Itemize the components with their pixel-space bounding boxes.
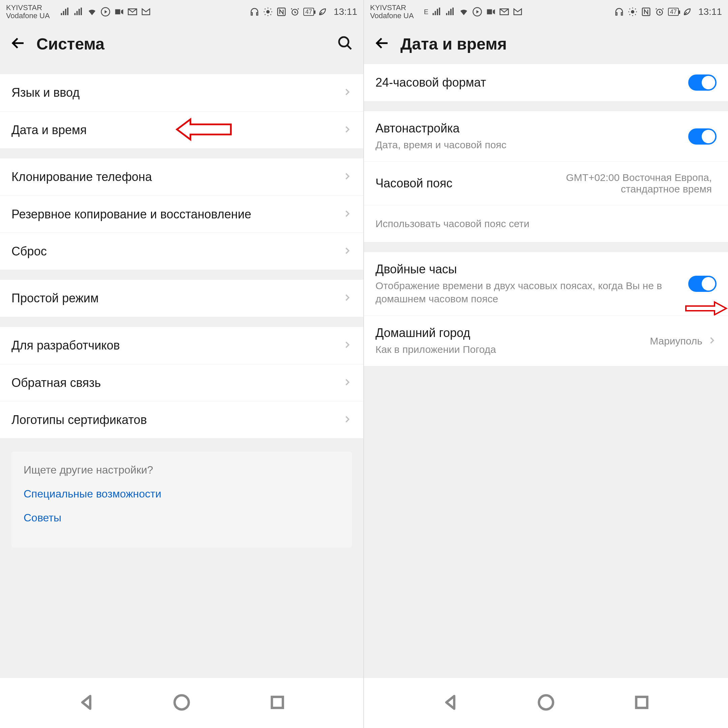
- signal-icon: [445, 7, 455, 17]
- row-label: Клонирование телефона: [11, 170, 343, 184]
- leaf-icon: [318, 7, 327, 17]
- battery-level: 47: [670, 8, 677, 15]
- row-language-input[interactable]: Язык и ввод: [0, 74, 363, 111]
- row-label: Домашний город: [375, 326, 650, 340]
- carrier-1: KYIVSTAR: [6, 4, 50, 12]
- chevron-right-icon: [343, 246, 352, 257]
- toggle-dual-clocks[interactable]: [688, 276, 717, 292]
- svg-point-4: [339, 37, 349, 46]
- signal-icon: [73, 7, 84, 17]
- row-sublabel: Использовать часовой пояс сети: [375, 217, 717, 230]
- status-icons-right: 47 13:11: [249, 6, 357, 17]
- row-label: Для разработчиков: [11, 338, 343, 353]
- header-datetime: Дата и время: [364, 24, 728, 64]
- video-icon: [486, 7, 496, 17]
- signal-icon: [432, 7, 442, 17]
- wifi-icon: [87, 7, 97, 17]
- battery-level: 47: [305, 8, 312, 15]
- settings-group: Клонирование телефона Резервное копирова…: [0, 158, 363, 270]
- headphones-icon: [614, 7, 624, 17]
- eye-comfort-icon: [627, 7, 638, 17]
- chevron-right-icon: [343, 209, 352, 220]
- wifi-icon: [459, 7, 469, 17]
- carrier-2: Vodafone UA: [370, 12, 414, 20]
- hint-link-accessibility[interactable]: Специальные возможности: [24, 488, 340, 500]
- headphones-icon: [249, 7, 260, 17]
- row-label: Обратная связь: [11, 376, 343, 390]
- play-circle-icon: [101, 7, 110, 17]
- svg-point-8: [631, 10, 634, 14]
- mail-icon: [499, 7, 509, 17]
- svg-point-11: [539, 695, 553, 710]
- navbar: [364, 678, 728, 728]
- nav-home-button[interactable]: [172, 693, 191, 713]
- row-label: Простой режим: [11, 291, 343, 305]
- row-label: Язык и ввод: [11, 86, 343, 100]
- navbar: [0, 678, 363, 728]
- row-auto-datetime[interactable]: Автонастройка Дата, время и часовой пояс: [364, 111, 728, 161]
- row-home-city[interactable]: Домашний город Как в приложении Погода М…: [364, 315, 728, 366]
- carrier-1: KYIVSTAR: [370, 4, 414, 12]
- mail-icon: [127, 7, 138, 17]
- back-button[interactable]: [10, 35, 26, 53]
- row-label: 24-часовой формат: [375, 75, 688, 90]
- search-button[interactable]: [337, 35, 353, 53]
- page-title: Дата и время: [401, 35, 718, 53]
- row-label: Часовой пояс: [375, 176, 537, 190]
- chevron-right-icon: [343, 414, 352, 425]
- clock-time: 13:11: [334, 6, 357, 17]
- nfc-icon: [641, 7, 651, 17]
- row-reset[interactable]: Сброс: [0, 232, 363, 270]
- nav-recent-button[interactable]: [268, 693, 287, 713]
- carrier-labels: KYIVSTAR Vodafone UA: [370, 4, 414, 20]
- row-value: GMT+02:00 Восточная Европа, стандартное …: [537, 172, 712, 195]
- row-feedback[interactable]: Обратная связь: [0, 364, 363, 401]
- row-label: Логотипы сертификатов: [11, 413, 343, 427]
- alarm-icon: [290, 7, 300, 17]
- row-label: Резервное копирование и восстановление: [11, 207, 343, 222]
- gmail-icon: [512, 7, 523, 17]
- toggle-auto[interactable]: [688, 128, 717, 145]
- row-backup-restore[interactable]: Резервное копирование и восстановление: [0, 196, 363, 232]
- hint-link-tips[interactable]: Советы: [24, 512, 340, 524]
- nav-back-button[interactable]: [77, 693, 96, 713]
- content-right: 24-часовой формат Автонастройка Дата, вр…: [364, 64, 728, 678]
- header-system: Система: [0, 24, 363, 64]
- row-dual-clocks[interactable]: Двойные часы Отображение времени в двух …: [364, 252, 728, 315]
- video-icon: [114, 7, 124, 17]
- phone-left-system: KYIVSTAR Vodafone UA 47 13:11: [0, 0, 364, 728]
- gmail-icon: [141, 7, 151, 17]
- row-label: Автонастройка: [375, 121, 688, 136]
- row-phone-clone[interactable]: Клонирование телефона: [0, 158, 363, 196]
- chevron-right-icon: [343, 87, 352, 98]
- chevron-right-icon: [707, 336, 717, 346]
- back-button[interactable]: [374, 35, 390, 53]
- row-developer-options[interactable]: Для разработчиков: [0, 327, 363, 364]
- row-24h-format[interactable]: 24-часовой формат: [364, 64, 728, 101]
- network-e-label: E: [424, 8, 428, 16]
- toggle-24h[interactable]: [688, 75, 717, 91]
- nav-home-button[interactable]: [537, 693, 555, 713]
- settings-group: Для разработчиков Обратная связь Логотип…: [0, 327, 363, 438]
- hint-title: Ищете другие настройки?: [24, 464, 340, 476]
- row-date-time[interactable]: Дата и время: [0, 111, 363, 148]
- alarm-icon: [655, 7, 665, 17]
- statusbar: KYIVSTAR Vodafone UA 47 13:11: [0, 0, 363, 24]
- settings-group: Простой режим: [0, 280, 363, 317]
- nav-back-button[interactable]: [441, 693, 460, 713]
- status-icons-left: E: [424, 7, 523, 17]
- signal-icon: [60, 7, 70, 17]
- row-cert-logos[interactable]: Логотипы сертификатов: [0, 401, 363, 438]
- svg-rect-6: [272, 697, 283, 708]
- clock-time: 13:11: [698, 6, 722, 17]
- annotation-arrow-left: [175, 116, 232, 144]
- row-value: Мариуполь: [650, 335, 702, 347]
- row-simple-mode[interactable]: Простой режим: [0, 280, 363, 317]
- nav-recent-button[interactable]: [632, 693, 651, 713]
- row-timezone[interactable]: Часовой пояс GMT+02:00 Восточная Европа,…: [364, 161, 728, 205]
- chevron-right-icon: [343, 293, 352, 304]
- phone-right-datetime: KYIVSTAR Vodafone UA E 47: [364, 0, 728, 728]
- eye-comfort-icon: [263, 7, 273, 17]
- nfc-icon: [276, 7, 286, 17]
- row-sublabel: Как в приложении Погода: [375, 343, 650, 356]
